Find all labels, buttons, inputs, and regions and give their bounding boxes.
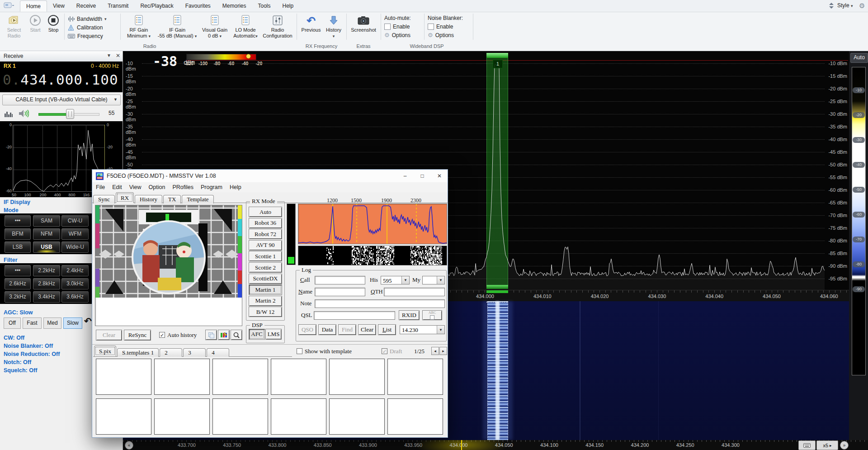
note-input[interactable] xyxy=(315,299,445,308)
status-notch[interactable]: Notch: Off xyxy=(4,359,31,365)
speaker-icon[interactable] xyxy=(18,109,29,118)
filter-button-[interactable]: ••• xyxy=(5,265,31,276)
lo-mode-button[interactable]: LO ModeAutomatic▾ xyxy=(231,14,260,42)
magnify-button[interactable] xyxy=(231,330,242,340)
ribbon-tab-receive[interactable]: Receive xyxy=(71,0,102,11)
status-cw[interactable]: CW: Off xyxy=(4,335,24,341)
mode-button-lsb[interactable]: LSB xyxy=(5,242,31,253)
rx-mode-b-w-12[interactable]: B/W 12 xyxy=(249,307,282,317)
filter-button-28khz[interactable]: 2.8kHz xyxy=(33,278,60,289)
stock-picture-slot[interactable] xyxy=(96,398,151,435)
menu-file[interactable]: File xyxy=(92,182,108,190)
ribbon-tab-transmit[interactable]: Transmit xyxy=(102,0,134,11)
ribbon-tab-tools[interactable]: Tools xyxy=(252,0,277,11)
filter-button-22khz[interactable]: 2.2kHz xyxy=(33,265,60,276)
main-frequency-ruler[interactable]: 433.700433.750433.800433.850433.900433.9… xyxy=(123,440,868,450)
minimize-button[interactable]: – xyxy=(397,170,413,182)
menu-program[interactable]: Program xyxy=(197,182,226,190)
app-icon[interactable] xyxy=(4,2,14,10)
close-button[interactable]: ✕ xyxy=(431,170,448,182)
visual-gain-button[interactable]: Visual Gain0 dB ▾ xyxy=(200,14,230,42)
copy-image-button[interactable] xyxy=(205,330,217,340)
image-tools-button[interactable] xyxy=(218,330,230,340)
frequency-combobox[interactable]: 14.230▼ xyxy=(400,325,445,334)
filter-button-34khz[interactable]: 3.4kHz xyxy=(33,291,60,303)
rx-mode-scottie-1[interactable]: Scottie 1 xyxy=(249,251,282,261)
mode-button-usb[interactable]: USB xyxy=(33,242,60,253)
mmsstv-window[interactable]: F5OEO (F5OEO.MDT) - MMSSTV Ver 1.08 – □ … xyxy=(92,169,448,438)
mode-button-wideu[interactable]: Wide-U xyxy=(61,242,89,253)
style-menu[interactable]: Style ▾ xyxy=(837,2,853,9)
agc-button-off[interactable]: Off xyxy=(4,317,21,329)
frequency-button[interactable]: Frequency xyxy=(68,32,118,40)
log-button-list[interactable]: List xyxy=(378,324,396,335)
equalizer-icon[interactable] xyxy=(5,110,13,117)
log-button-data[interactable]: Data xyxy=(318,324,336,335)
page-next-button[interactable]: ▸ xyxy=(439,347,447,355)
abc-letters-button[interactable]: ABC xyxy=(422,310,442,320)
mmsstv-tab-template[interactable]: Template xyxy=(182,195,213,204)
stock-picture-slot[interactable] xyxy=(271,359,326,395)
dsp-button-lms[interactable]: LMS xyxy=(265,329,282,340)
rf-gain-button[interactable]: RF GainMinimum ▾ xyxy=(123,14,155,42)
rx-mode-avt-90[interactable]: AVT 90 xyxy=(249,240,282,251)
noise-blanker-options-button[interactable]: ⚙Options xyxy=(428,31,471,39)
show-with-template-checkbox[interactable] xyxy=(297,348,302,354)
frequency-display[interactable]: RX 1 0 - 4000 Hz 0.434.000.100 xyxy=(0,62,123,92)
stock-picture-slot[interactable] xyxy=(154,359,210,395)
scroll-left-button[interactable]: « xyxy=(125,441,133,450)
settings-gear-icon[interactable]: ⚙ xyxy=(859,2,865,10)
status-squelch[interactable]: Squelch: Off xyxy=(4,367,37,374)
mode-button-bfm[interactable]: BFM xyxy=(5,228,31,240)
rx-mode-robot-72[interactable]: Robot 72 xyxy=(249,229,282,239)
agc-button-fast[interactable]: Fast xyxy=(23,317,42,329)
bandwidth-button[interactable]: Bandwidth▾ xyxy=(68,14,118,23)
clear-image-button[interactable]: Clear xyxy=(96,330,122,341)
menu-profiles[interactable]: PRofiles xyxy=(169,182,197,190)
stock-tab-2[interactable]: 2 xyxy=(160,348,182,357)
rx-mode-auto[interactable]: Auto xyxy=(249,207,282,217)
mode-button-sam[interactable]: SAM xyxy=(33,215,60,227)
title-bar[interactable]: F5OEO (F5OEO.MDT) - MMSSTV Ver 1.08 – □ … xyxy=(92,170,448,183)
resync-button[interactable]: ReSync xyxy=(124,330,151,341)
mode-button-nfm[interactable]: NFM xyxy=(33,228,60,240)
auto-mute-enable-checkbox[interactable]: Enable xyxy=(384,22,423,31)
ribbon-tab-favourites[interactable]: Favourites xyxy=(179,0,217,11)
stock-picture-slot[interactable] xyxy=(387,359,443,395)
stock-picture-slot[interactable] xyxy=(329,398,385,435)
page-previous-button[interactable]: ◂ xyxy=(431,347,439,355)
calibration-button[interactable]: Calibration xyxy=(68,23,118,32)
stock-picture-slot[interactable] xyxy=(271,398,326,435)
ribbon-tab-help[interactable]: Help xyxy=(277,0,300,11)
status-noise-reduction[interactable]: Noise Reduction: Off xyxy=(4,351,60,357)
stock-picture-slot[interactable] xyxy=(212,359,268,395)
his-rst-combobox[interactable]: 595▼ xyxy=(381,276,410,284)
call-input[interactable] xyxy=(315,276,365,284)
noise-blanker-enable-checkbox[interactable]: Enable xyxy=(428,22,471,31)
stock-picture-slot[interactable] xyxy=(154,398,210,435)
stock-picture-slot[interactable] xyxy=(387,398,443,435)
rx-mode-scottiedx[interactable]: ScottieDX xyxy=(249,274,282,284)
history-button[interactable]: History▾ xyxy=(324,14,344,42)
my-rst-combobox[interactable]: ▼ xyxy=(422,276,445,284)
menu-view[interactable]: View xyxy=(126,182,145,190)
stock-tab-3[interactable]: 3 xyxy=(183,348,206,357)
stock-tab-4[interactable]: 4 xyxy=(207,348,229,357)
rx-image-area[interactable] xyxy=(95,205,242,326)
status-noise-blanker[interactable]: Noise Blanker: Off xyxy=(4,343,53,349)
volume-slider-handle[interactable] xyxy=(66,109,74,119)
filter-button-36khz[interactable]: 3.6kHz xyxy=(61,291,89,303)
draft-checkbox[interactable]: ✓ xyxy=(382,348,387,354)
mode-button-cwu[interactable]: CW-U xyxy=(61,215,89,227)
zoom-factor-button[interactable]: x5▸ xyxy=(816,441,838,450)
ribbon-tab-memories[interactable]: Memories xyxy=(217,0,252,11)
mmsstv-tab-history[interactable]: History xyxy=(135,195,162,204)
auto-mute-options-button[interactable]: ⚙Options xyxy=(384,31,423,39)
mmsstv-tab-sync[interactable]: Sync xyxy=(93,195,115,204)
menu-option[interactable]: Option xyxy=(145,182,169,190)
agc-button-slow[interactable]: Slow xyxy=(63,317,82,329)
radio-configuration-button[interactable]: Radio Configuration xyxy=(261,14,294,42)
filter-button-24khz[interactable]: 2.4kHz xyxy=(61,265,89,276)
screenshot-button[interactable]: Screenshot xyxy=(349,14,378,42)
auto-history-checkbox[interactable]: ✓ xyxy=(159,332,165,338)
